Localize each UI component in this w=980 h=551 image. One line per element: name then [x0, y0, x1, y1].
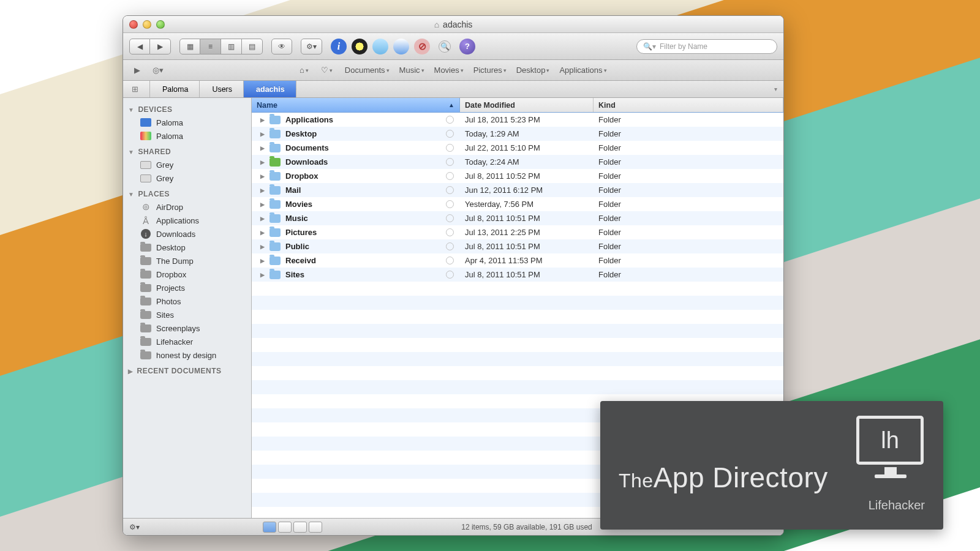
table-row[interactable]: ▶ApplicationsJul 18, 2011 5:23 PMFolder — [252, 113, 783, 127]
folder-icon — [270, 200, 281, 209]
sidebar-item[interactable]: Dropbox — [123, 268, 251, 281]
disclosure-icon[interactable]: ▶ — [260, 173, 265, 179]
fav-item-movies[interactable]: Movies▾ — [429, 64, 469, 76]
search-input[interactable]: 🔍▾ Filter by Name — [636, 39, 777, 54]
fav-home[interactable]: ⌂▾ — [295, 64, 314, 76]
table-row[interactable]: ▶PicturesJul 13, 2011 2:25 PMFolder — [252, 225, 783, 239]
sidebar-section-header[interactable]: ▼SHARED — [123, 143, 251, 158]
table-row[interactable]: ▶MoviesYesterday, 7:56 PMFolder — [252, 197, 783, 211]
sidebar-item[interactable]: Photos — [123, 294, 251, 308]
table-row[interactable]: ▶ReceivdApr 4, 2011 11:53 PMFolder — [252, 253, 783, 268]
fav-heart[interactable]: ♡▾ — [316, 64, 337, 76]
view-list-button[interactable]: ≡ — [200, 39, 221, 54]
search-icon[interactable]: 🔍 — [439, 40, 451, 53]
path-crumb[interactable]: adachis — [244, 81, 296, 97]
table-row[interactable]: ▶DownloadsToday, 2:24 AMFolder — [252, 155, 783, 169]
disclosure-icon[interactable]: ▶ — [260, 272, 265, 278]
fav-item-pictures[interactable]: Pictures▾ — [469, 64, 511, 76]
table-row[interactable]: ▶DesktopToday, 1:29 AMFolder — [252, 127, 783, 141]
view-coverflow-button[interactable]: ▤ — [242, 39, 263, 54]
fav-item-applications[interactable]: Applications▾ — [554, 64, 611, 76]
path-root[interactable]: ⊞ — [123, 81, 150, 97]
path-crumb[interactable]: Users — [200, 81, 244, 97]
fav-expand-icon[interactable]: ▶ — [128, 66, 146, 75]
sidebar-item[interactable]: ↓Downloads — [123, 227, 251, 241]
label-circle-icon[interactable] — [446, 186, 454, 194]
disclosure-icon[interactable]: ▶ — [260, 117, 265, 123]
label-circle-icon[interactable] — [446, 172, 454, 180]
status-view4[interactable] — [309, 522, 322, 533]
disclosure-icon[interactable]: ▶ — [260, 244, 265, 250]
sidebar-item[interactable]: The Dump — [123, 254, 251, 268]
disclosure-icon[interactable]: ▶ — [260, 145, 265, 151]
label-circle-icon[interactable] — [446, 242, 454, 250]
sidebar-item[interactable]: Sites — [123, 308, 251, 321]
back-button[interactable]: ◀ — [129, 39, 150, 54]
table-row[interactable]: ▶MusicJul 8, 2011 10:51 PMFolder — [252, 211, 783, 225]
table-row[interactable]: ▶DocumentsJul 22, 2011 5:10 PMFolder — [252, 141, 783, 155]
disclosure-icon[interactable]: ▶ — [260, 216, 265, 222]
label-circle-icon[interactable] — [446, 116, 454, 124]
label-circle-icon[interactable] — [446, 257, 454, 264]
column-name[interactable]: Name▲ — [252, 98, 460, 112]
gear-icon[interactable]: ⚙▾ — [129, 523, 140, 531]
sidebar-section-header[interactable]: ▼PLACES — [123, 185, 251, 200]
disclosure-icon[interactable]: ▶ — [260, 201, 265, 208]
sidebar-item[interactable]: Grey — [123, 171, 251, 185]
path-expand-icon[interactable]: ▾ — [768, 86, 783, 92]
sidebar-item[interactable]: Screenplays — [123, 321, 251, 335]
sidebar-item[interactable]: ⊚AirDrop — [123, 200, 251, 214]
disclosure-icon[interactable]: ▶ — [260, 159, 265, 165]
label-circle-icon[interactable] — [446, 271, 454, 279]
action-menu-button[interactable]: ⚙▾ — [301, 39, 322, 54]
sidebar-item[interactable]: Paloma — [123, 116, 251, 129]
view-buttons: ▦ ≡ ▥ ▤ — [179, 39, 263, 54]
folder-icon — [270, 214, 281, 223]
eject-icon[interactable]: ⊘ — [414, 39, 430, 54]
path-crumb[interactable]: Paloma — [150, 81, 200, 97]
status-view1[interactable] — [263, 522, 276, 533]
sidebar-section-header[interactable]: ▼DEVICES — [123, 100, 251, 116]
sidebar-item[interactable]: Paloma — [123, 129, 251, 143]
forward-button[interactable]: ▶ — [150, 39, 171, 54]
label-circle-icon[interactable] — [446, 200, 454, 208]
label-circle-icon[interactable] — [446, 144, 454, 152]
disclosure-icon[interactable]: ▶ — [260, 258, 265, 264]
disclosure-icon[interactable]: ▶ — [260, 187, 265, 193]
disclosure-icon[interactable]: ▶ — [260, 131, 265, 137]
info-icon[interactable]: i — [331, 39, 347, 54]
quicklook-button[interactable]: 👁 — [271, 39, 292, 54]
sidebar-item[interactable]: Projects — [123, 281, 251, 294]
folder-icon — [140, 324, 151, 333]
sidebar-section-header[interactable]: ▶RECENT DOCUMENTS — [123, 362, 251, 377]
sidebar-item[interactable]: honest by design — [123, 348, 251, 362]
idisk-icon[interactable] — [372, 39, 388, 54]
column-date[interactable]: Date Modified — [460, 98, 594, 112]
sidebar-item[interactable]: ÅApplications — [123, 214, 251, 227]
help-icon[interactable]: ? — [459, 39, 475, 54]
table-row[interactable]: ▶SitesJul 8, 2011 10:51 PMFolder — [252, 268, 783, 282]
fav-item-documents[interactable]: Documents▾ — [340, 64, 394, 76]
table-row[interactable]: ▶MailJun 12, 2011 6:12 PMFolder — [252, 183, 783, 197]
sidebar-item[interactable]: Desktop — [123, 241, 251, 254]
disk-icon[interactable] — [393, 39, 409, 54]
fav-item-music[interactable]: Music▾ — [394, 64, 429, 76]
sidebar-item[interactable]: Lifehacker — [123, 335, 251, 348]
label-circle-icon[interactable] — [446, 214, 454, 222]
table-row[interactable]: ▶DropboxJul 8, 2011 10:52 PMFolder — [252, 169, 783, 183]
titlebar[interactable]: ⌂ adachis — [123, 16, 783, 33]
table-row[interactable]: ▶PublicJul 8, 2011 10:51 PMFolder — [252, 239, 783, 253]
label-circle-icon[interactable] — [446, 130, 454, 138]
view-icons-button[interactable]: ▦ — [179, 39, 200, 54]
fav-target-icon[interactable]: ◎▾ — [149, 66, 167, 75]
burn-icon[interactable] — [352, 39, 368, 54]
fav-item-desktop[interactable]: Desktop▾ — [511, 64, 555, 76]
status-view2[interactable] — [278, 522, 292, 533]
status-view3[interactable] — [293, 522, 307, 533]
sidebar-item[interactable]: Grey — [123, 158, 251, 171]
disclosure-icon[interactable]: ▶ — [260, 230, 265, 236]
label-circle-icon[interactable] — [446, 228, 454, 236]
column-kind[interactable]: Kind — [594, 98, 783, 112]
label-circle-icon[interactable] — [446, 158, 454, 166]
view-columns-button[interactable]: ▥ — [221, 39, 242, 54]
